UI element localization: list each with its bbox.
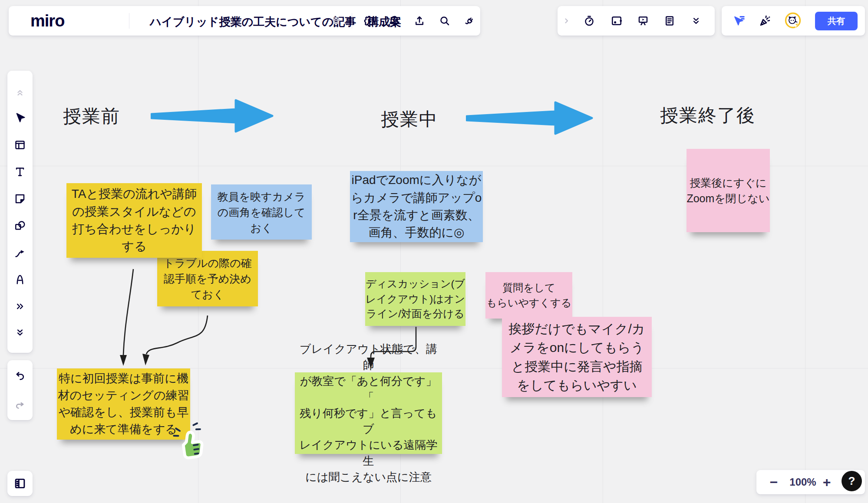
pen-icon xyxy=(13,273,26,286)
upload-icon xyxy=(413,14,426,27)
double-chevron-up-icon xyxy=(14,87,26,98)
shapes-tool-button[interactable] xyxy=(10,216,30,235)
help-button[interactable]: ? xyxy=(842,471,862,491)
timer-button[interactable] xyxy=(580,11,599,30)
zoom-toolbar: − 100% + ? xyxy=(756,470,865,494)
star-icon xyxy=(330,15,342,27)
connection-line-tool-button[interactable] xyxy=(10,243,30,262)
presentation-button[interactable] xyxy=(634,11,653,30)
sticky-note-camera-angle[interactable]: 教員を映すカメラ の画角を確認して おく xyxy=(211,184,312,240)
notifications-button[interactable] xyxy=(385,11,404,30)
sticky-note-discussion[interactable]: ディスカッション(ブ レイクアウト)はオン ライン/対面を分ける xyxy=(365,272,465,326)
shapes-icon xyxy=(13,219,26,232)
facilitation-toolbar xyxy=(558,6,715,36)
sticky-note-text: ブレイクアウト状態で、講師 が教室で「あと何分です」「 残り何秒です」と言っても… xyxy=(295,341,442,485)
follow-me-button[interactable] xyxy=(729,11,749,30)
sticky-note-text: 挨拶だけでもマイク/カ メラをonにしてもらう と授業中に発言や指摘 をしてもら… xyxy=(509,319,645,395)
tools-sidebar xyxy=(7,71,33,353)
attention-button[interactable] xyxy=(607,11,626,30)
flow-arrow-2[interactable] xyxy=(466,99,594,137)
thumbs-up-icon xyxy=(169,420,211,464)
zoom-out-button[interactable]: − xyxy=(764,473,783,492)
frame-layout-icon xyxy=(13,138,26,151)
notes-icon xyxy=(663,14,676,27)
presentation-icon xyxy=(637,14,650,27)
column-heading-after-class[interactable]: 授業終了後 xyxy=(660,103,756,128)
sticky-note-tool-button[interactable] xyxy=(10,189,30,208)
frames-panel-button[interactable] xyxy=(10,474,30,493)
favorite-star-button[interactable] xyxy=(327,11,346,30)
sticky-note-text: トラブルの際の確 認手順を予め決め ておく xyxy=(163,255,252,302)
collapse-facilitation-button[interactable] xyxy=(558,11,574,30)
miro-logo[interactable]: miro xyxy=(30,12,64,30)
undo-button[interactable] xyxy=(10,366,30,385)
templates-tool-button[interactable] xyxy=(10,135,30,155)
assistant-button[interactable] xyxy=(782,10,803,31)
expand-tools-button[interactable] xyxy=(10,323,30,342)
redo-icon xyxy=(13,398,26,411)
sticky-note-trouble-steps[interactable]: トラブルの際の確 認手順を予め決め ておく xyxy=(157,251,258,306)
double-chevron-down-icon xyxy=(690,15,702,27)
timer-icon xyxy=(583,14,596,27)
share-button[interactable]: 共有 xyxy=(815,12,858,30)
sticky-note-text: 教員を映すカメラ の画角を確認して おく xyxy=(218,189,306,236)
double-chevron-right-icon xyxy=(14,300,26,312)
sticky-note-icon xyxy=(13,192,26,205)
sticky-note-breakout-audio[interactable]: ブレイクアウト状態で、講師 が教室で「あと何分です」「 残り何秒です」と言っても… xyxy=(295,372,442,454)
board-header-toolbar: miro ハイブリッド授業の工夫についての記事 構成案 xyxy=(9,6,480,36)
attention-icon xyxy=(610,14,623,27)
search-button[interactable] xyxy=(435,11,454,30)
sticky-note-questions[interactable]: 質問をして もらいやすくする xyxy=(485,272,572,319)
collapse-toolbar-button[interactable] xyxy=(10,83,30,102)
select-tool-button[interactable] xyxy=(10,108,30,128)
miro-assist-icon xyxy=(782,10,803,31)
cursor-icon xyxy=(13,112,26,125)
minus-icon: − xyxy=(770,475,778,489)
sticky-note-text: TAと授業の流れや講師 の授業スタイルなどの 打ち合わせをしっかり する xyxy=(72,185,197,255)
divider xyxy=(129,13,129,29)
sticky-note-text: 授業後にすぐに Zoomを閉じない xyxy=(686,175,769,206)
redo-button[interactable] xyxy=(10,395,30,414)
history-toolbar xyxy=(7,360,33,420)
miro-board-app: { "header": { "logo": "miro", "board_tit… xyxy=(0,0,868,503)
frames-panel-card xyxy=(7,471,33,496)
pen-tool-button[interactable] xyxy=(10,270,30,289)
double-chevron-down-icon xyxy=(14,326,26,339)
apps-button[interactable] xyxy=(460,11,479,30)
sticky-note-text: ディスカッション(ブ レイクアウト)はオン ライン/対面を分ける xyxy=(366,276,465,322)
sticky-note-text: iPadでZoomに入りなが らカメラで講師アップo r全景を流すと画素数、 画… xyxy=(351,171,482,241)
sticky-note-ta-meeting[interactable]: TAと授業の流れや講師 の授業スタイルなどの 打ち合わせをしっかり する xyxy=(66,183,202,258)
thumbs-up-sticker[interactable] xyxy=(169,420,211,466)
column-heading-before-class[interactable]: 授業前 xyxy=(63,104,120,128)
plus-icon: + xyxy=(823,475,831,489)
search-icon xyxy=(438,14,451,27)
sticky-note-keep-zoom-open[interactable]: 授業後にすぐに Zoomを閉じない xyxy=(686,149,770,232)
more-tools-button[interactable] xyxy=(10,297,30,316)
undo-icon xyxy=(13,369,26,382)
divider xyxy=(352,13,352,29)
collaboration-toolbar: 共有 xyxy=(722,6,865,36)
plug-icon xyxy=(463,14,476,27)
more-facilitation-button[interactable] xyxy=(686,11,706,30)
frames-panel-icon xyxy=(13,477,27,490)
connector-arrow-icon xyxy=(13,246,26,259)
gear-icon xyxy=(363,14,376,27)
zoom-level[interactable]: 100% xyxy=(788,470,818,494)
text-tool-button[interactable] xyxy=(10,162,30,181)
export-button[interactable] xyxy=(410,11,429,30)
question-mark-icon: ? xyxy=(848,474,855,488)
bell-icon xyxy=(388,14,401,27)
settings-button[interactable] xyxy=(360,11,379,30)
sticky-note-mic-camera[interactable]: 挨拶だけでもマイク/カ メラをonにしてもらう と授業中に発言や指摘 をしてもら… xyxy=(502,317,652,397)
celebrate-button[interactable] xyxy=(756,11,775,30)
sticky-note-text: 質問をして もらいやすくする xyxy=(486,280,572,310)
sticky-note-ipad-zoom[interactable]: iPadでZoomに入りなが らカメラで講師アップo r全景を流すと画素数、 画… xyxy=(350,171,483,242)
text-icon xyxy=(13,165,26,178)
party-popper-icon xyxy=(758,14,772,28)
follow-cursor-icon xyxy=(732,14,746,28)
column-heading-during-class[interactable]: 授業中 xyxy=(381,107,438,132)
flow-arrow-1[interactable] xyxy=(151,97,274,135)
chevron-right-icon xyxy=(561,16,571,26)
notes-button[interactable] xyxy=(660,11,679,30)
zoom-in-button[interactable]: + xyxy=(817,473,836,492)
